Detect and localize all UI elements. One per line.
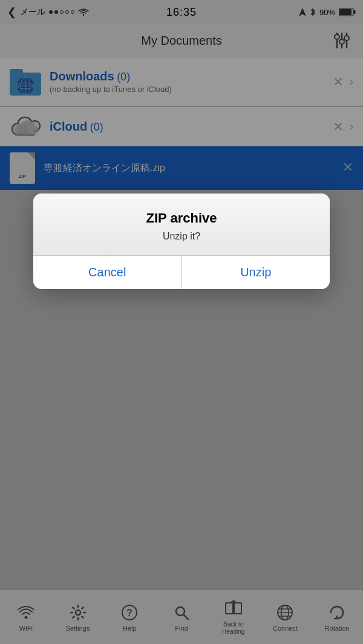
cancel-button[interactable]: Cancel bbox=[33, 256, 182, 289]
dialog-overlay: ZIP archive Unzip it? Cancel Unzip bbox=[0, 0, 363, 644]
alert-dialog: ZIP archive Unzip it? Cancel Unzip bbox=[33, 194, 330, 289]
alert-message: Unzip it? bbox=[45, 231, 318, 242]
alert-buttons: Cancel Unzip bbox=[33, 255, 330, 289]
alert-content: ZIP archive Unzip it? bbox=[33, 194, 330, 255]
unzip-button[interactable]: Unzip bbox=[182, 256, 330, 289]
alert-title: ZIP archive bbox=[45, 210, 318, 226]
